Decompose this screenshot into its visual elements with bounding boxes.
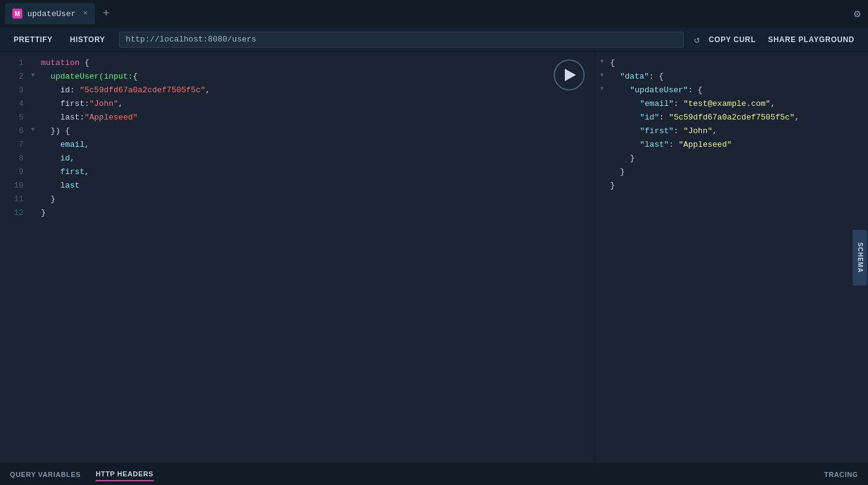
line-content: email, (41, 139, 590, 152)
result-token: } (610, 181, 615, 190)
result-token: "id" (640, 113, 659, 122)
result-line-content: "last": "Appleseed" (640, 139, 863, 152)
code-token: first: (41, 99, 89, 108)
table-row: 6▼ }) { (0, 125, 595, 139)
result-line-content: } (610, 180, 863, 193)
refresh-icon[interactable]: ↺ (694, 33, 700, 46)
code-token: } (41, 194, 55, 204)
prettify-button[interactable]: PRETTIFY (10, 33, 56, 46)
code-token: { (84, 58, 89, 68)
result-fold-toggle[interactable]: ▼ (600, 84, 608, 94)
tab-m-icon: M (12, 9, 22, 19)
result-fold-toggle[interactable]: ▼ (600, 71, 608, 81)
line-content: id: "5c59dfd67a0a2cdef7505f5c", (41, 84, 590, 97)
table-row: 3 id: "5c59dfd67a0a2cdef7505f5c", (0, 84, 595, 98)
line-content: }) { (41, 125, 590, 138)
tab-updateuser[interactable]: M updateUser × (5, 3, 95, 24)
result-token: : (669, 140, 679, 149)
table-row: 4 first:"John", (0, 98, 595, 111)
result-token: { (610, 58, 615, 68)
line-content: last (41, 180, 590, 193)
table-row: 8 id, (0, 152, 595, 166)
table-row: 10 last (0, 180, 595, 193)
table-row: 9 first, (0, 166, 595, 180)
code-token: { (133, 72, 138, 81)
share-playground-button[interactable]: SHARE PLAYGROUND (764, 33, 858, 46)
copy-curl-button[interactable]: COPY CURL (705, 33, 760, 46)
fold-toggle[interactable]: ▼ (31, 71, 38, 81)
result-token: } (620, 167, 625, 177)
line-number: 5 (5, 111, 24, 125)
result-token: , (795, 113, 800, 122)
bottom-bar: QUERY VARIABLES HTTP HEADERS TRACING (0, 463, 868, 485)
url-input[interactable] (119, 32, 684, 48)
gear-icon[interactable]: ⚙ (851, 4, 863, 23)
result-token: , (771, 99, 776, 108)
result-token: "updateUser" (630, 85, 688, 95)
code-token: } (41, 208, 46, 217)
result-token: : (674, 126, 684, 136)
result-token: : (674, 99, 684, 108)
result-token: "first" (640, 126, 674, 136)
tab-close-button[interactable]: × (83, 9, 87, 18)
line-content: } (41, 193, 590, 206)
code-token: "John" (89, 99, 118, 108)
line-number: 4 (5, 98, 24, 111)
result-token: "test@example.com" (683, 99, 770, 108)
result-row: "last": "Appleseed" (595, 139, 868, 152)
result-line-content: "email": "test@example.com", (640, 98, 863, 111)
result-row: "first": "John", (595, 125, 868, 139)
table-row: 11 } (0, 193, 595, 207)
query-variables-tab[interactable]: QUERY VARIABLES (10, 468, 81, 481)
toolbar-right: ↺ COPY CURL SHARE PLAYGROUND (694, 33, 858, 46)
line-number: 9 (5, 166, 24, 179)
code-token: , (205, 85, 210, 95)
result-line-content: "data": { (620, 71, 863, 84)
toolbar: PRETTIFY HISTORY ↺ COPY CURL SHARE PLAYG… (0, 27, 868, 52)
result-token: : { (649, 72, 663, 81)
result-token: "email" (640, 99, 674, 108)
main-area: 1mutation {2▼ updateUser(input:{3 id: "5… (0, 52, 868, 463)
line-number: 10 (5, 180, 24, 193)
line-content: mutation { (41, 57, 590, 70)
result-token: } (630, 154, 635, 163)
line-number: 6 (5, 125, 24, 138)
tracing-button[interactable]: TRACING (824, 471, 858, 478)
line-number: 7 (5, 139, 24, 152)
table-row: 1mutation { (0, 57, 595, 71)
line-content: first:"John", (41, 98, 590, 111)
history-button[interactable]: HISTORY (66, 33, 109, 46)
code-token: email, (41, 140, 89, 149)
code-token: , (118, 99, 123, 108)
code-token: first, (41, 167, 89, 177)
result-row: } (595, 166, 868, 180)
code-token: mutation (41, 58, 84, 68)
table-row: 12} (0, 207, 595, 221)
line-content: updateUser(input:{ (41, 71, 590, 84)
result-line-content: { (610, 57, 863, 70)
schema-tab-button[interactable]: SCHEMA (853, 230, 867, 286)
code-editor[interactable]: 1mutation {2▼ updateUser(input:{3 id: "5… (0, 52, 595, 225)
run-query-button[interactable] (554, 59, 585, 90)
result-line-content: "updateUser": { (630, 84, 863, 97)
result-token: "John" (683, 126, 712, 136)
result-code: ▼{▼"data": {▼"updateUser": {"email": "te… (595, 52, 868, 198)
line-content: first, (41, 166, 590, 179)
fold-toggle[interactable]: ▼ (31, 125, 38, 135)
line-content: last:"Appleseed" (41, 111, 590, 125)
result-row: ▼{ (595, 57, 868, 71)
add-tab-button[interactable]: + (97, 5, 115, 22)
line-number: 2 (5, 71, 24, 84)
play-icon (565, 69, 576, 81)
result-pane: ▼{▼"data": {▼"updateUser": {"email": "te… (595, 52, 868, 463)
code-token: "5c59dfd67a0a2cdef7505f5c" (79, 85, 205, 95)
http-headers-tab[interactable]: HTTP HEADERS (95, 468, 153, 481)
line-number: 3 (5, 84, 24, 97)
code-token: last (41, 181, 79, 190)
line-number: 12 (5, 207, 24, 220)
line-number: 1 (5, 57, 24, 70)
result-fold-toggle[interactable]: ▼ (600, 57, 608, 67)
line-number: 11 (5, 193, 24, 206)
result-line-content: } (630, 152, 863, 165)
line-number: 8 (5, 152, 24, 165)
